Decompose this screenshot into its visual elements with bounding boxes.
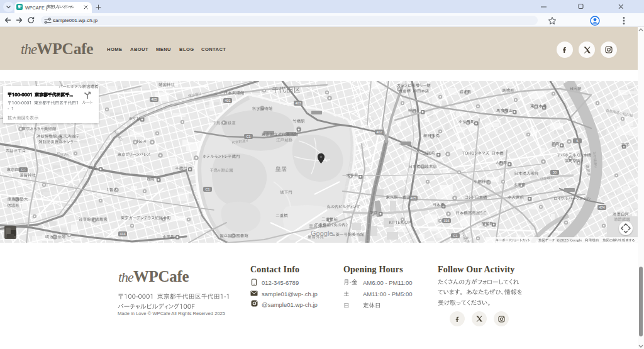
svg-text:50: 50	[553, 170, 557, 174]
svg-text:401: 401	[225, 99, 230, 102]
svg-text:329: 329	[20, 168, 26, 172]
svg-text:C1: C1	[205, 187, 209, 191]
svg-text:414: 414	[119, 232, 125, 236]
svg-text:316: 316	[443, 219, 449, 223]
svg-text:6: 6	[576, 139, 578, 143]
svg-text:402: 402	[376, 130, 382, 134]
svg-text:405: 405	[410, 196, 416, 200]
svg-text:474: 474	[599, 206, 604, 209]
svg-text:403: 403	[295, 101, 301, 105]
svg-text:C1: C1	[453, 234, 457, 238]
svg-text:C1: C1	[246, 135, 250, 138]
svg-text:405: 405	[151, 97, 157, 101]
